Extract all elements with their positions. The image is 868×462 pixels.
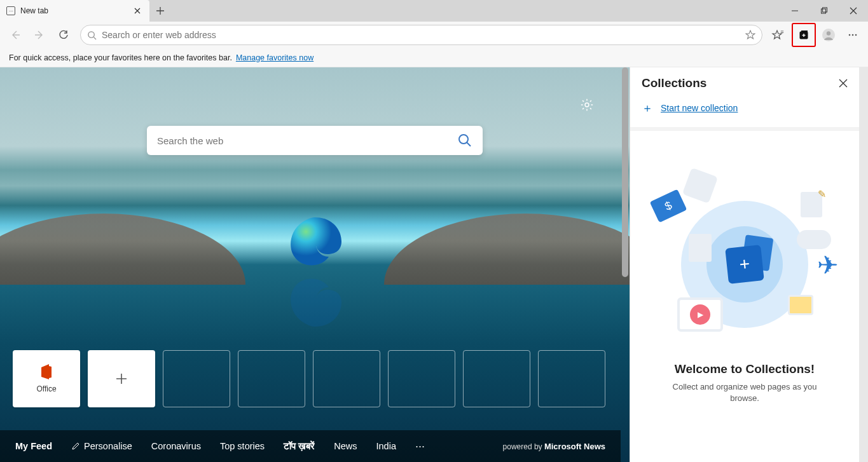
profile-icon <box>822 28 836 42</box>
svg-point-10 <box>585 103 589 107</box>
close-window-button[interactable] <box>839 0 868 22</box>
refresh-icon <box>58 29 69 41</box>
web-search-button[interactable] <box>457 133 472 148</box>
forward-button[interactable] <box>28 24 51 46</box>
content-scrollbar[interactable] <box>621 67 630 462</box>
tab-title: New tab <box>20 6 127 15</box>
scrollbar-thumb[interactable] <box>622 67 628 277</box>
window-titlebar: New tab <box>0 0 868 22</box>
close-tab-button[interactable] <box>132 5 143 17</box>
plus-icon: ＋ <box>642 100 653 116</box>
tab-favicon <box>6 6 15 15</box>
new-tab-page: Office My Feed Personalise Coronavirus T… <box>0 67 630 462</box>
feed-tab[interactable]: India <box>376 441 396 451</box>
quick-link-placeholder[interactable] <box>163 350 230 407</box>
svg-rect-0 <box>822 9 826 13</box>
manage-favorites-link[interactable]: Manage favorites now <box>236 53 313 62</box>
profile-button[interactable] <box>817 24 840 46</box>
pencil-icon <box>71 442 80 451</box>
svg-point-8 <box>852 34 854 36</box>
svg-point-2 <box>88 31 94 37</box>
ellipsis-icon <box>847 29 858 41</box>
maximize-icon <box>820 7 828 15</box>
address-input[interactable] <box>102 30 745 40</box>
minimize-icon <box>791 7 799 15</box>
powered-by-label: powered by Microsoft News <box>503 442 605 451</box>
collections-icon <box>798 29 809 41</box>
collections-button[interactable] <box>794 25 813 44</box>
edge-logo-reflection <box>283 281 347 332</box>
quick-link-office[interactable]: Office <box>13 350 80 407</box>
office-icon <box>40 364 53 379</box>
add-quick-link-button[interactable] <box>88 350 155 407</box>
maximize-button[interactable] <box>809 0 839 22</box>
web-search-input[interactable] <box>157 135 457 146</box>
quick-link-placeholder[interactable] <box>388 350 455 407</box>
collections-illustration: $ ✈ + <box>649 163 840 347</box>
quick-link-placeholder[interactable] <box>313 350 380 407</box>
plus-icon <box>156 6 165 15</box>
back-arrow-icon <box>10 29 21 41</box>
favorites-button[interactable]: ≡ <box>768 24 790 46</box>
close-panel-button[interactable] <box>839 79 848 88</box>
feed-tab[interactable]: News <box>334 441 357 451</box>
star-icon <box>745 30 755 40</box>
browser-tab[interactable]: New tab <box>0 0 149 22</box>
svg-point-6 <box>827 31 830 35</box>
svg-rect-4 <box>801 31 808 32</box>
more-menu-button[interactable] <box>841 24 864 46</box>
favorites-hint-text: For quick access, place your favorites h… <box>9 53 232 62</box>
quick-link-placeholder[interactable] <box>463 350 530 407</box>
close-icon <box>134 8 141 14</box>
plus-icon <box>115 372 128 385</box>
forward-arrow-icon <box>34 29 45 41</box>
personalise-label: Personalise <box>84 441 132 451</box>
svg-point-7 <box>849 34 851 36</box>
collections-title: Collections <box>642 76 839 90</box>
minimize-button[interactable] <box>780 0 809 22</box>
favorite-star-button[interactable] <box>745 30 755 40</box>
svg-point-11 <box>459 135 468 144</box>
feed-more-button[interactable]: ⋯ <box>415 441 425 451</box>
web-search-box[interactable] <box>147 126 483 155</box>
close-icon <box>839 79 848 88</box>
news-feed-bar: My Feed Personalise Coronavirus Top stor… <box>0 430 621 462</box>
feed-tab[interactable]: Coronavirus <box>151 441 201 451</box>
feed-personalise-button[interactable]: Personalise <box>71 441 132 451</box>
window-controls <box>780 0 868 22</box>
gear-icon <box>580 98 594 112</box>
svg-rect-1 <box>823 8 827 12</box>
collections-button-highlight <box>792 23 816 47</box>
edge-logo <box>283 212 347 276</box>
address-bar[interactable] <box>80 25 762 45</box>
welcome-title: Welcome to Collections! <box>675 362 815 376</box>
search-icon <box>87 31 97 40</box>
favorites-bar: For quick access, place your favorites h… <box>0 48 868 67</box>
page-settings-button[interactable] <box>580 98 594 112</box>
feed-tab[interactable]: Top stories <box>220 441 265 451</box>
collections-panel: Collections ＋ Start new collection $ ✈ + <box>630 67 859 462</box>
quick-links-row: Office <box>13 350 610 407</box>
start-new-collection-link[interactable]: Start new collection <box>661 103 738 113</box>
search-icon <box>457 133 472 148</box>
close-icon <box>850 7 857 15</box>
browser-toolbar: ≡ <box>0 22 868 48</box>
quick-link-placeholder[interactable] <box>238 350 305 407</box>
new-tab-button[interactable] <box>149 0 171 22</box>
tile-label: Office <box>36 384 56 393</box>
feed-tab-myfeed[interactable]: My Feed <box>15 441 52 451</box>
welcome-text: Collect and organize web pages as you br… <box>668 381 821 404</box>
feed-tab[interactable]: टॉप ख़बरें <box>284 440 315 452</box>
svg-point-9 <box>855 34 857 36</box>
quick-link-placeholder[interactable] <box>538 350 605 407</box>
back-button[interactable] <box>4 24 27 46</box>
refresh-button[interactable] <box>52 24 75 46</box>
